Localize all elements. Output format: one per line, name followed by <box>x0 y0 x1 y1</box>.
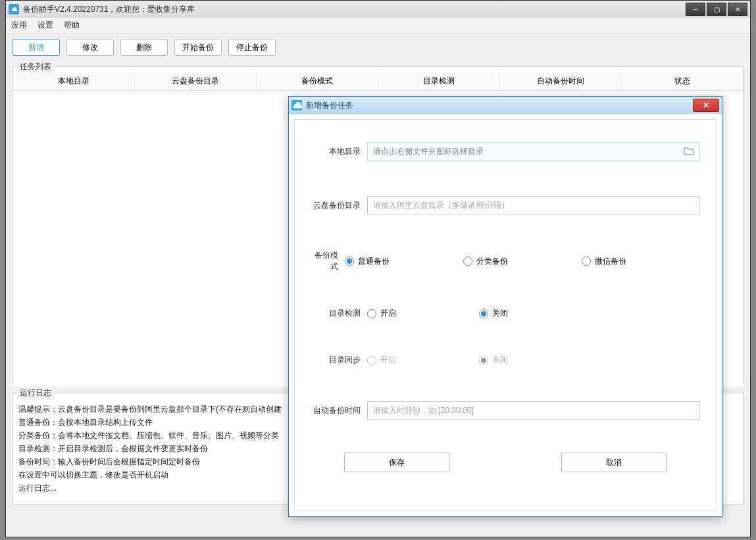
row-local-dir: 本地目录 请点击右侧文件夹图标选择目录 <box>311 142 700 160</box>
edit-button[interactable]: 修改 <box>66 39 114 56</box>
menu-settings[interactable]: 设置 <box>38 20 53 31</box>
row-cloud-dir: 云盘备份目录 请输入阿里云盘目录（多级请用\分隔） <box>311 196 700 214</box>
radio-icon <box>345 257 354 266</box>
label-dir-check: 目录检测 <box>311 308 367 319</box>
col-dir-check[interactable]: 目录检测 <box>378 72 500 90</box>
cloud-dir-placeholder: 请输入阿里云盘目录（多级请用\分隔） <box>373 200 509 211</box>
col-cloud-dir[interactable]: 云盘备份目录 <box>135 72 257 90</box>
col-status[interactable]: 状态 <box>622 72 743 90</box>
dialog-app-icon <box>291 100 302 110</box>
menu-help[interactable]: 帮助 <box>64 20 80 31</box>
radio-icon <box>479 356 488 365</box>
cancel-button[interactable]: 取消 <box>561 453 667 472</box>
mode-category-option[interactable]: 分类备份 <box>463 256 582 267</box>
row-dir-sync: 目录同步 开启 关闭 <box>311 355 700 366</box>
dirsync-off-label: 关闭 <box>492 355 508 366</box>
minimize-button[interactable]: ─ <box>686 3 705 16</box>
dircheck-off-label: 关闭 <box>492 308 508 319</box>
start-backup-button[interactable]: 开始备份 <box>174 39 222 56</box>
menubar: 应用 设置 帮助 <box>6 18 750 34</box>
app-icon <box>9 4 19 14</box>
local-dir-input[interactable]: 请点击右侧文件夹图标选择目录 <box>367 142 700 160</box>
new-button[interactable]: 新增 <box>13 39 60 56</box>
dircheck-on-label: 开启 <box>380 308 396 319</box>
task-table-header: 本地目录 云盘备份目录 备份模式 目录检测 自动备份时间 状态 <box>13 72 743 91</box>
row-dir-check: 目录检测 开启 关闭 <box>311 308 700 319</box>
dialog-body: 本地目录 请点击右侧文件夹图标选择目录 云盘备份目录 请输入阿里云盘目录（多级请… <box>294 119 717 511</box>
label-cloud-dir: 云盘备份目录 <box>311 200 367 211</box>
mode-category-label: 分类备份 <box>476 256 508 267</box>
auto-time-placeholder: 请输入时分秒，如:[20:30:00] <box>373 405 474 416</box>
dirsync-on-label: 开启 <box>380 355 396 366</box>
titlebar: 备份助手V2.4.20220731，欢迎您：爱收集分享库 ─ ▢ ✕ <box>6 1 750 18</box>
mode-normal-option[interactable]: 普通备份 <box>345 256 463 267</box>
radio-icon <box>367 356 376 365</box>
dircheck-off-option[interactable]: 关闭 <box>479 308 591 319</box>
task-list-legend: 任务列表 <box>17 61 54 72</box>
cloud-dir-input[interactable]: 请输入阿里云盘目录（多级请用\分隔） <box>367 196 700 214</box>
maximize-button[interactable]: ▢ <box>707 3 726 16</box>
col-local-dir[interactable]: 本地目录 <box>13 72 135 90</box>
radio-icon <box>479 309 488 318</box>
menu-app[interactable]: 应用 <box>11 20 27 31</box>
dialog-close-button[interactable]: ✕ <box>693 99 719 112</box>
radio-icon <box>463 257 472 266</box>
save-button[interactable]: 保存 <box>344 453 449 472</box>
folder-icon[interactable] <box>684 146 694 157</box>
mode-normal-label: 普通备份 <box>358 256 390 267</box>
window-title: 备份助手V2.4.20220731，欢迎您：爱收集分享库 <box>23 4 684 15</box>
label-local-dir: 本地目录 <box>311 146 367 157</box>
dircheck-on-option[interactable]: 开启 <box>367 308 479 319</box>
dialog-titlebar: 新增备份任务 ✕ <box>289 97 722 114</box>
label-auto-time: 自动备份时间 <box>311 405 367 416</box>
delete-button[interactable]: 删除 <box>120 39 168 56</box>
mode-wechat-option[interactable]: 微信备份 <box>582 256 700 267</box>
stop-backup-button[interactable]: 停止备份 <box>228 39 276 56</box>
new-task-dialog: 新增备份任务 ✕ 本地目录 请点击右侧文件夹图标选择目录 云盘备份目录 请输入阿… <box>288 96 722 517</box>
radio-icon <box>582 257 591 266</box>
row-backup-mode: 备份模式 普通备份 分类备份 微信备份 <box>311 250 700 272</box>
local-dir-placeholder: 请点击右侧文件夹图标选择目录 <box>373 146 484 157</box>
label-backup-mode: 备份模式 <box>311 250 345 272</box>
toolbar: 新增 修改 删除 开始备份 停止备份 <box>13 39 743 56</box>
dirsync-off-option: 关闭 <box>479 355 591 366</box>
auto-time-input[interactable]: 请输入时分秒，如:[20:30:00] <box>367 401 700 420</box>
radio-icon <box>367 309 376 318</box>
label-dir-sync: 目录同步 <box>311 355 367 366</box>
close-button[interactable]: ✕ <box>728 3 747 16</box>
col-mode[interactable]: 备份模式 <box>257 72 378 90</box>
dirsync-on-option: 开启 <box>367 355 479 366</box>
log-legend: 运行日志 <box>17 387 54 399</box>
dialog-buttons: 保存 取消 <box>311 453 700 472</box>
row-auto-time: 自动备份时间 请输入时分秒，如:[20:30:00] <box>311 401 700 420</box>
dialog-title: 新增备份任务 <box>306 100 693 111</box>
col-auto-time[interactable]: 自动备份时间 <box>500 72 622 90</box>
mode-wechat-label: 微信备份 <box>595 256 626 267</box>
